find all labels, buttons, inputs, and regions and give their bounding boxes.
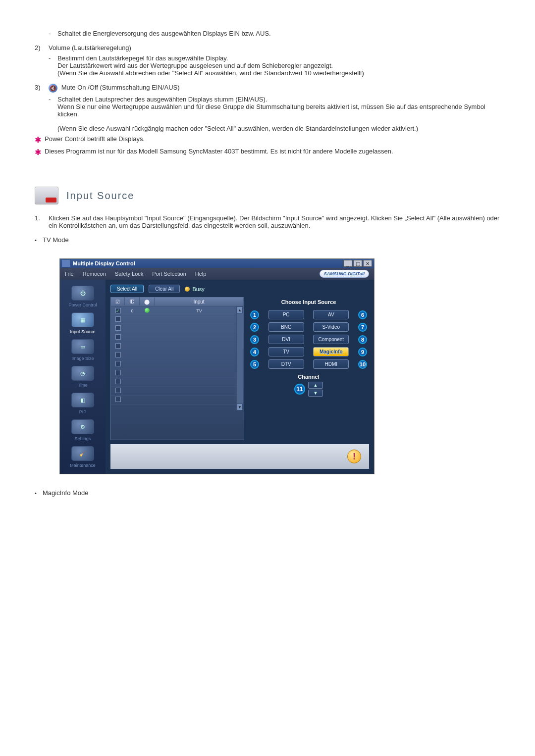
sidebar-item-settings[interactable]: ⚙ Settings xyxy=(71,419,94,441)
list-scrollbar[interactable]: ▲ ▼ xyxy=(236,306,243,410)
minimize-button[interactable]: _ xyxy=(343,260,352,267)
input-source-pane: Choose Input Source 1 PC AV 6 2 BNC S-Vi… xyxy=(248,297,369,440)
callout-11: 11 xyxy=(294,384,305,395)
source-dvi-button[interactable]: DVI xyxy=(268,335,304,344)
scroll-down-button[interactable]: ▼ xyxy=(237,403,243,410)
menu-file[interactable]: File xyxy=(65,271,74,277)
source-row: 3 DVI Component 8 xyxy=(248,335,369,344)
menu-help[interactable]: Help xyxy=(195,271,207,277)
sidebar-label-input: Input Source xyxy=(70,329,95,334)
row-input: TV xyxy=(155,308,244,313)
source-row: 2 BNC S-Video 7 xyxy=(248,322,369,332)
table-row[interactable] xyxy=(111,351,244,360)
app-screenshot: Multiple Display Control _ ▢ ✕ File Remo… xyxy=(59,258,374,474)
item3-marker: 3) xyxy=(35,84,49,91)
dash-marker: - xyxy=(49,54,57,77)
channel-block: Channel 11 ▲ ▼ xyxy=(248,374,369,397)
source-magicinfo-button[interactable]: MagicInfo xyxy=(313,347,349,356)
star1-text: Power Control betrifft alle Displays. xyxy=(45,135,145,143)
sidebar-label-settings: Settings xyxy=(75,436,91,441)
source-row: 4 TV MagicInfo 9 xyxy=(248,347,369,356)
source-row: 5 DTV HDMI 10 xyxy=(248,359,369,369)
source-component-button[interactable]: Component xyxy=(313,335,349,344)
source-pc-button[interactable]: PC xyxy=(268,310,304,319)
table-row[interactable] xyxy=(111,315,244,324)
sidebar-item-image-size[interactable]: ▭ Image Size xyxy=(71,339,94,361)
main-panel: Select All Clear All Busy ☑ ID ⬤ Input xyxy=(106,280,374,474)
maximize-button[interactable]: ▢ xyxy=(353,260,362,267)
channel-arrows: ▲ ▼ xyxy=(308,382,323,397)
callout-3: 3 xyxy=(250,335,259,344)
close-button[interactable]: ✕ xyxy=(363,260,372,267)
choose-input-title: Choose Input Source xyxy=(248,299,369,305)
list-item-2: 2) Volume (Lautstärkeregelung) - Bestimm… xyxy=(35,44,500,77)
sidebar-item-power-control[interactable]: ⏻ Power Control xyxy=(68,286,97,307)
numbered-step-1: 1. Klicken Sie auf das Hauptsymbol "Inpu… xyxy=(35,214,500,229)
table-row[interactable] xyxy=(111,396,244,404)
settings-icon: ⚙ xyxy=(71,419,94,434)
menu-port-selection[interactable]: Port Selection xyxy=(152,271,186,277)
busy-label: Busy xyxy=(192,286,204,292)
sidebar-item-time[interactable]: ◔ Time xyxy=(71,366,94,388)
clear-all-button[interactable]: Clear All xyxy=(149,285,180,293)
callout-2: 2 xyxy=(250,323,259,332)
channel-controls: 11 ▲ ▼ xyxy=(294,382,323,397)
source-av-button[interactable]: AV xyxy=(313,310,349,319)
select-all-button[interactable]: Select All xyxy=(110,285,144,293)
source-hdmi-button[interactable]: HDMI xyxy=(313,359,349,369)
item3-line-a: Schaltet den Lautsprecher des ausgewählt… xyxy=(57,96,500,103)
table-row[interactable] xyxy=(111,378,244,387)
scroll-up-button[interactable]: ▲ xyxy=(237,306,243,313)
channel-label: Channel xyxy=(298,374,319,380)
time-icon: ◔ xyxy=(71,366,94,381)
sidebar-item-maintenance[interactable]: 🧹 Maintenance xyxy=(70,446,96,468)
table-row[interactable]: 0 TV xyxy=(111,306,244,315)
table-row[interactable] xyxy=(111,342,244,351)
callout-5: 5 xyxy=(250,360,259,369)
channel-up-button[interactable]: ▲ xyxy=(308,382,323,389)
item3-title: Mute On /Off (Stummschaltung EIN/AUS) xyxy=(61,84,180,91)
source-dtv-button[interactable]: DTV xyxy=(268,359,304,369)
item3-line-b: Wenn Sie nur eine Wertegruppe auswählen … xyxy=(57,103,500,118)
info-icon: ! xyxy=(347,450,361,463)
header-input: Input xyxy=(155,298,244,306)
menu-safety-lock[interactable]: Safety Lock xyxy=(115,271,143,277)
sidebar: ⏻ Power Control ▦ Input Source ▭ Image S… xyxy=(60,280,106,474)
list-body: 0 TV xyxy=(111,306,244,410)
star-icon: ✱ xyxy=(35,135,45,145)
sidebar-item-pip[interactable]: ◧ PIP xyxy=(71,393,94,414)
section-header: Input Source xyxy=(35,187,500,204)
row-checkbox[interactable] xyxy=(111,308,125,313)
mute-icon: 🔇 xyxy=(49,84,57,93)
star-note-2: ✱ Dieses Programm ist nur für das Modell… xyxy=(35,148,500,157)
power-icon: ⏻ xyxy=(71,286,94,301)
display-list: ☑ ID ⬤ Input 0 TV xyxy=(110,297,244,440)
star2-text: Dieses Programm ist nur für das Modell S… xyxy=(45,148,393,155)
step1-text: Klicken Sie auf das Hauptsymbol "Input S… xyxy=(49,214,500,229)
table-row[interactable] xyxy=(111,360,244,369)
header-checkbox[interactable]: ☑ xyxy=(111,298,125,306)
input-source-icon: ▦ xyxy=(71,312,94,327)
callout-6: 6 xyxy=(358,310,367,319)
table-row[interactable] xyxy=(111,333,244,342)
table-row[interactable] xyxy=(111,387,244,396)
item3-title-row: 🔇 Mute On /Off (Stummschaltung EIN/AUS) xyxy=(49,84,500,93)
sidebar-item-input-source[interactable]: ▦ Input Source xyxy=(70,312,95,334)
item2-line-c: (Wenn Sie die Auswahl abbrechen oder "Se… xyxy=(57,69,500,77)
image-size-icon: ▭ xyxy=(71,339,94,354)
table-row[interactable] xyxy=(111,324,244,333)
header-id: ID xyxy=(125,298,140,306)
source-bnc-button[interactable]: BNC xyxy=(268,322,304,332)
source-svideo-button[interactable]: S-Video xyxy=(313,322,349,332)
sidebar-label-pip: PIP xyxy=(79,409,87,414)
table-row[interactable] xyxy=(111,369,244,378)
channel-down-button[interactable]: ▼ xyxy=(308,390,323,397)
menu-remocon[interactable]: Remocon xyxy=(83,271,106,277)
step1-marker: 1. xyxy=(35,214,49,222)
dash-marker: - xyxy=(49,30,57,37)
sidebar-label-power: Power Control xyxy=(68,302,97,307)
list-item-1-sub: - Schaltet die Energieversorgung des aus… xyxy=(35,30,500,37)
source-tv-button[interactable]: TV xyxy=(268,347,304,356)
bullet-magicinfo-mode: • MagicInfo Mode xyxy=(35,489,500,497)
item2-line-b: Der Lautstärkewert wird aus der Wertegru… xyxy=(57,62,500,69)
